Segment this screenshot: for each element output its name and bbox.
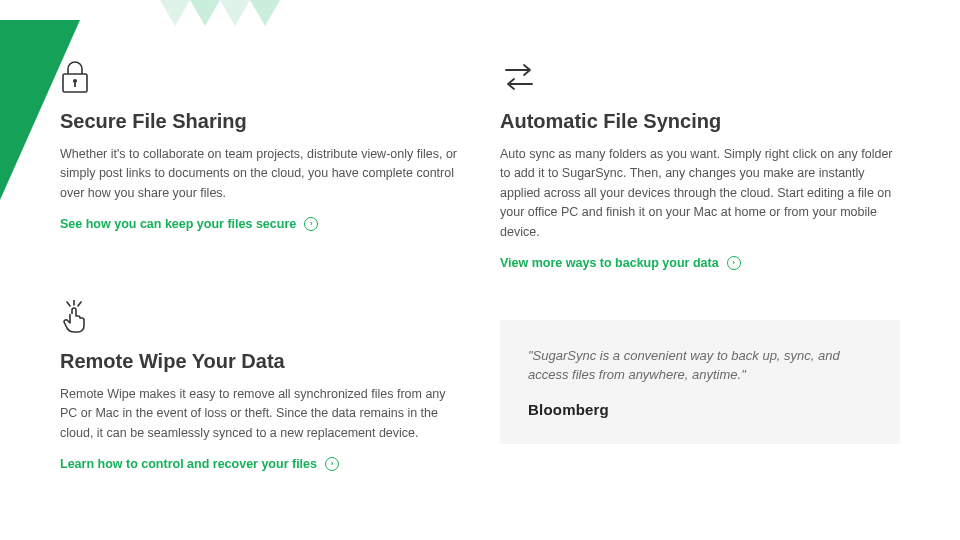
decorative-polygons xyxy=(160,0,300,30)
lock-icon xyxy=(60,60,460,96)
arrow-right-icon: › xyxy=(325,457,339,471)
marketing-features-page: Secure File Sharing Whether it's to coll… xyxy=(0,0,960,540)
feature-automatic-file-syncing: Automatic File Syncing Auto sync as many… xyxy=(500,60,900,270)
testimonial-quote: "SugarSync is a convenient way to back u… xyxy=(528,346,872,385)
feature-body: Auto sync as many folders as you want. S… xyxy=(500,145,900,242)
cta-label: See how you can keep your files secure xyxy=(60,217,296,231)
arrow-right-icon: › xyxy=(727,256,741,270)
svg-marker-2 xyxy=(220,0,250,26)
arrow-right-icon: › xyxy=(304,217,318,231)
feature-body: Whether it's to collaborate on team proj… xyxy=(60,145,460,203)
feature-cta-link[interactable]: Learn how to control and recover your fi… xyxy=(60,457,460,471)
feature-title: Secure File Sharing xyxy=(60,110,460,133)
cta-label: Learn how to control and recover your fi… xyxy=(60,457,317,471)
sync-arrows-icon xyxy=(500,60,900,96)
feature-cta-link[interactable]: See how you can keep your files secure › xyxy=(60,217,460,231)
feature-secure-file-sharing: Secure File Sharing Whether it's to coll… xyxy=(60,60,460,270)
feature-title: Automatic File Syncing xyxy=(500,110,900,133)
svg-line-8 xyxy=(67,302,70,306)
feature-title: Remote Wipe Your Data xyxy=(60,350,460,373)
cta-label: View more ways to backup your data xyxy=(500,256,719,270)
hand-click-icon xyxy=(60,300,460,336)
feature-body: Remote Wipe makes it easy to remove all … xyxy=(60,385,460,443)
svg-marker-3 xyxy=(250,0,280,26)
features-grid: Secure File Sharing Whether it's to coll… xyxy=(60,60,900,471)
testimonial-source: Bloomberg xyxy=(528,401,872,418)
feature-cta-link[interactable]: View more ways to backup your data › xyxy=(500,256,900,270)
svg-point-5 xyxy=(73,79,77,83)
svg-line-9 xyxy=(78,302,81,306)
svg-marker-1 xyxy=(190,0,220,26)
feature-remote-wipe: Remote Wipe Your Data Remote Wipe makes … xyxy=(60,300,460,471)
svg-marker-0 xyxy=(160,0,190,26)
testimonial-card: "SugarSync is a convenient way to back u… xyxy=(500,320,900,444)
